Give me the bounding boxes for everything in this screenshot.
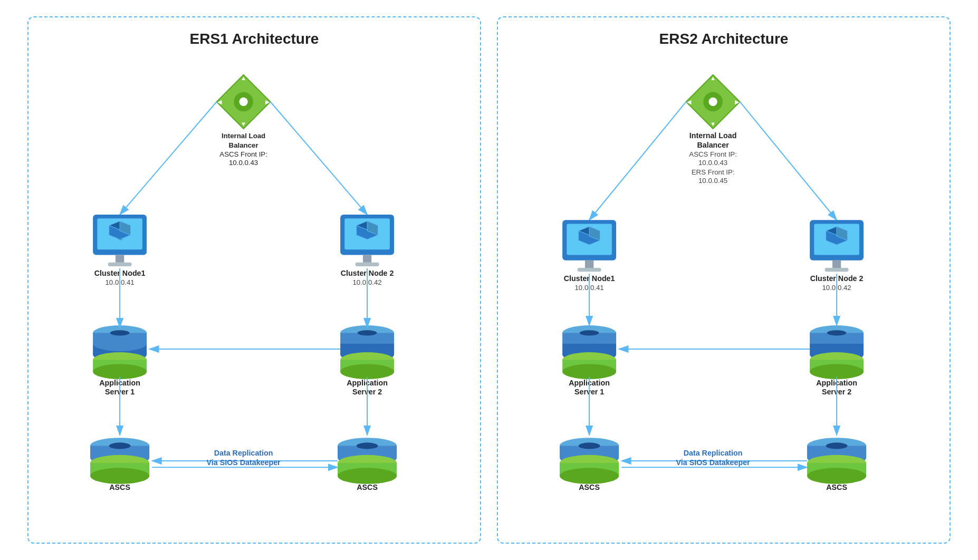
svg-point-153 bbox=[560, 468, 619, 484]
svg-line-101 bbox=[589, 102, 686, 220]
svg-point-42 bbox=[93, 364, 147, 379]
svg-point-124 bbox=[580, 330, 599, 335]
svg-text:10.0.0.43: 10.0.0.43 bbox=[698, 159, 727, 167]
svg-line-102 bbox=[740, 102, 837, 220]
svg-line-15 bbox=[271, 102, 368, 215]
svg-point-59 bbox=[340, 364, 394, 379]
svg-text:▲: ▲ bbox=[241, 75, 246, 81]
ers2-diagram: ⊕ ▲ ▼ ◀ ▶ Internal Load Balancer ASCS Fr… bbox=[503, 58, 944, 533]
svg-text:ERS Front IP:: ERS Front IP: bbox=[692, 168, 735, 176]
svg-text:▼: ▼ bbox=[241, 121, 246, 127]
svg-point-150 bbox=[579, 442, 600, 449]
svg-text:Balancer: Balancer bbox=[229, 141, 258, 149]
svg-text:10.0.0.43: 10.0.0.43 bbox=[229, 159, 258, 167]
svg-rect-32 bbox=[363, 255, 371, 263]
svg-text:ASCS Front IP:: ASCS Front IP: bbox=[689, 150, 737, 158]
svg-text:Data Replication: Data Replication bbox=[684, 449, 743, 457]
svg-text:Via SIOS Datakeeper: Via SIOS Datakeeper bbox=[676, 458, 751, 467]
svg-point-129 bbox=[562, 364, 616, 379]
svg-point-77 bbox=[357, 442, 378, 449]
ers2-box: ERS2 Architecture ⊕ ▲ ▼ ◀ ▶ Internal Loa bbox=[497, 16, 951, 544]
svg-text:ASCS: ASCS bbox=[579, 483, 600, 491]
svg-text:▶: ▶ bbox=[265, 99, 270, 105]
svg-point-46 bbox=[110, 330, 130, 335]
svg-text:Via SIOS Datakeeper: Via SIOS Datakeeper bbox=[207, 458, 281, 467]
svg-text:Internal Load: Internal Load bbox=[689, 131, 737, 140]
svg-rect-118 bbox=[825, 268, 849, 272]
ers1-diagram: ⊕ ▲ ▼ ◀ ▶ Internal Load Balancer ASCS Fr… bbox=[34, 58, 475, 533]
ers1-box: ERS1 Architecture bbox=[27, 16, 481, 544]
svg-point-53 bbox=[358, 330, 377, 335]
svg-text:Data Replication: Data Replication bbox=[214, 449, 273, 457]
svg-rect-117 bbox=[832, 260, 841, 268]
svg-rect-109 bbox=[578, 268, 601, 272]
svg-point-71 bbox=[90, 468, 149, 484]
ers2-title: ERS2 Architecture bbox=[659, 31, 789, 47]
svg-text:◀: ◀ bbox=[217, 99, 222, 105]
svg-point-162 bbox=[807, 468, 866, 484]
svg-rect-20 bbox=[116, 255, 124, 263]
svg-point-141 bbox=[810, 364, 864, 379]
svg-rect-33 bbox=[356, 263, 379, 266]
main-container: ERS1 Architecture bbox=[0, 0, 978, 560]
svg-text:Internal Load: Internal Load bbox=[222, 132, 265, 140]
svg-text:⊕: ⊕ bbox=[240, 97, 247, 107]
svg-text:ASCS: ASCS bbox=[357, 483, 378, 491]
ers1-title: ERS1 Architecture bbox=[190, 31, 319, 47]
svg-line-14 bbox=[120, 102, 217, 215]
svg-point-159 bbox=[826, 442, 848, 449]
svg-text:▶: ▶ bbox=[735, 99, 740, 105]
svg-text:◀: ◀ bbox=[687, 99, 692, 105]
svg-text:ASCS: ASCS bbox=[109, 483, 130, 491]
svg-point-68 bbox=[109, 442, 131, 449]
svg-rect-108 bbox=[585, 260, 593, 268]
svg-point-45 bbox=[93, 336, 147, 351]
svg-point-80 bbox=[338, 468, 397, 484]
svg-text:ASCS: ASCS bbox=[826, 483, 847, 491]
svg-text:▼: ▼ bbox=[710, 121, 716, 127]
svg-text:10.0.0.45: 10.0.0.45 bbox=[698, 177, 727, 185]
svg-text:Balancer: Balancer bbox=[697, 141, 729, 149]
svg-text:ASCS Front IP:: ASCS Front IP: bbox=[219, 150, 267, 158]
svg-rect-21 bbox=[108, 263, 132, 266]
svg-text:⊕: ⊕ bbox=[709, 97, 716, 107]
svg-point-136 bbox=[827, 330, 847, 335]
svg-text:▲: ▲ bbox=[710, 75, 716, 81]
